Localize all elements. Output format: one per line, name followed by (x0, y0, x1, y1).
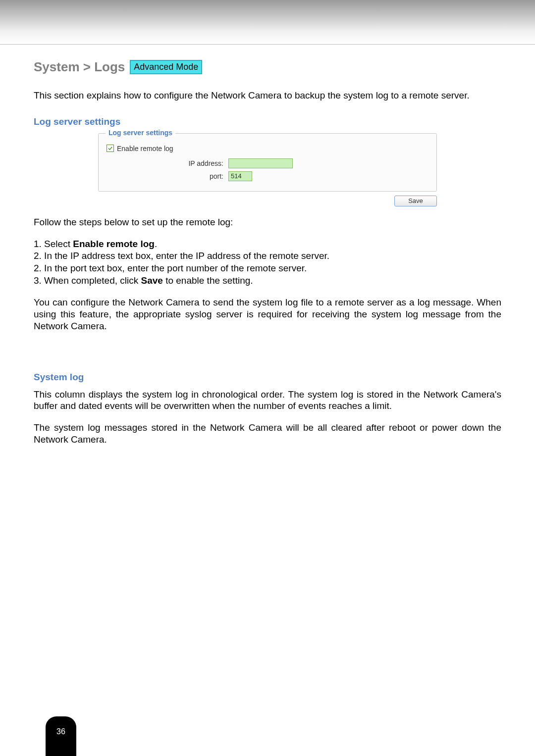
page-number: 36 (56, 727, 65, 736)
fieldset-legend: Log server settings (106, 129, 175, 137)
port-row: port: (114, 171, 428, 181)
step-4-prefix: 3. When completed, click (34, 275, 141, 286)
breadcrumb: System > Logs (34, 59, 125, 75)
intro-paragraph: This section explains how to configure t… (34, 90, 501, 101)
step-1: 1. Select Enable remote log. (34, 238, 501, 251)
spacer (34, 342, 501, 372)
step-1-suffix: . (155, 239, 157, 249)
step-3: 2. In the port text box, enter the port … (34, 262, 501, 275)
system-log-heading: System log (34, 372, 501, 383)
port-input[interactable] (228, 171, 252, 181)
log-server-fieldset: Log server settings Enable remote log IP… (98, 133, 437, 192)
ip-address-row: IP address: (114, 158, 428, 168)
advanced-mode-badge: Advanced Mode (130, 60, 202, 74)
enable-remote-log-row: Enable remote log (107, 145, 428, 152)
step-4: 3. When completed, click Save to enable … (34, 275, 501, 287)
ip-address-input[interactable] (228, 158, 293, 168)
steps-intro: Follow the steps below to set up the rem… (34, 216, 501, 228)
page-content: System > Logs Advanced Mode This section… (0, 45, 535, 446)
log-server-settings-heading: Log server settings (34, 116, 501, 127)
system-log-p1: This column displays the system log in c… (34, 389, 501, 412)
breadcrumb-row: System > Logs Advanced Mode (34, 59, 501, 75)
log-server-fieldset-container: Log server settings Enable remote log IP… (98, 133, 437, 192)
save-button-row: Save (98, 196, 437, 206)
step-1-prefix: 1. Select (34, 239, 73, 249)
system-log-p2: The system log messages stored in the Ne… (34, 422, 501, 446)
check-icon (108, 146, 112, 151)
page-number-block: 36 (46, 716, 76, 756)
ip-address-label: IP address: (114, 159, 228, 167)
steps-list: 1. Select Enable remote log. 2. In the I… (34, 238, 501, 287)
post-steps-paragraph: You can configure the Network Camera to … (34, 297, 501, 332)
step-1-bold: Enable remote log (73, 239, 155, 249)
step-2: 2. In the IP address text box, enter the… (34, 250, 501, 262)
step-4-bold: Save (141, 275, 162, 286)
page-header-gradient (0, 0, 535, 45)
save-button[interactable]: Save (394, 196, 437, 206)
port-label: port: (114, 172, 228, 180)
enable-remote-log-checkbox[interactable] (107, 145, 114, 152)
step-4-suffix: to enable the setting. (163, 275, 253, 286)
enable-remote-log-label: Enable remote log (117, 145, 173, 152)
